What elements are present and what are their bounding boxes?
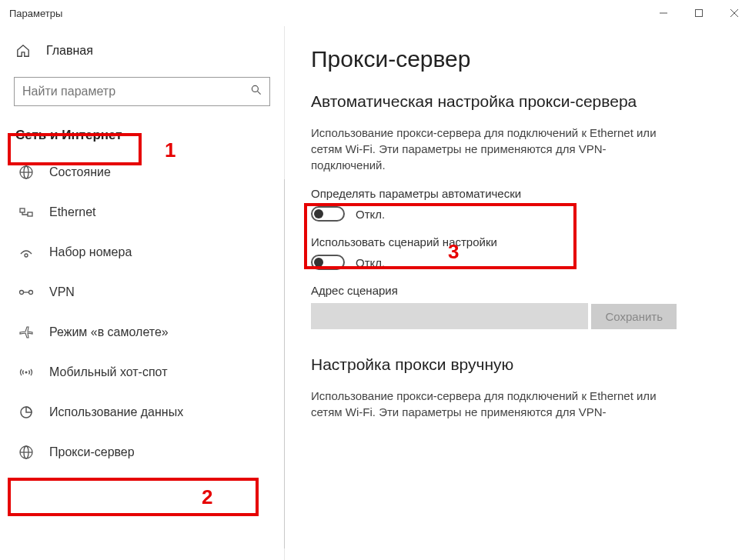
svg-point-15 bbox=[25, 372, 28, 374]
script-address-input[interactable] bbox=[311, 303, 588, 329]
titlebar: Параметры bbox=[0, 0, 752, 26]
main-panel: Прокси-сервер Автоматическая настройка п… bbox=[285, 26, 752, 560]
search-icon bbox=[243, 84, 269, 99]
sidebar-item-label: VPN bbox=[49, 285, 75, 299]
sidebar-item-hotspot[interactable]: Мобильный хот-спот bbox=[0, 352, 284, 392]
svg-point-12 bbox=[20, 291, 24, 295]
maximize-button[interactable] bbox=[681, 0, 717, 26]
minimize-button[interactable] bbox=[646, 0, 681, 26]
sidebar-item-label: Набор номера bbox=[49, 245, 132, 259]
use-script-label: Использовать сценарий настройки bbox=[311, 235, 729, 248]
airplane-icon bbox=[18, 325, 34, 340]
sidebar-item-data-usage[interactable]: Использование данных bbox=[0, 392, 284, 432]
content-area: Главная Сеть и Интернет Состояние Et bbox=[0, 26, 752, 560]
category-header: Сеть и Интернет bbox=[0, 117, 138, 152]
sidebar-item-vpn[interactable]: VPN bbox=[0, 272, 284, 312]
sidebar-item-label: Ethernet bbox=[49, 205, 95, 219]
sidebar-item-label: Состояние bbox=[49, 165, 111, 179]
svg-point-4 bbox=[252, 85, 258, 92]
use-script-toggle-row: Откл. bbox=[311, 255, 729, 270]
sidebar-item-label: Прокси-сервер bbox=[49, 445, 135, 459]
sidebar-item-airplane[interactable]: Режим «в самолете» bbox=[0, 312, 284, 352]
close-button[interactable] bbox=[717, 0, 752, 26]
section-manual-heading: Настройка прокси вручную bbox=[311, 355, 729, 374]
section-auto-desc: Использование прокси-сервера для подключ… bbox=[311, 125, 665, 173]
hotspot-icon bbox=[18, 365, 34, 380]
use-script-setting: Использовать сценарий настройки Откл. bbox=[311, 235, 729, 270]
globe-icon bbox=[18, 165, 34, 180]
toggle-state-label: Откл. bbox=[356, 208, 385, 221]
sidebar-item-label: Мобильный хот-спот bbox=[49, 365, 167, 379]
home-button[interactable]: Главная bbox=[0, 32, 284, 69]
search-input[interactable] bbox=[15, 85, 243, 98]
auto-detect-toggle[interactable] bbox=[311, 206, 345, 222]
sidebar: Главная Сеть и Интернет Состояние Et bbox=[0, 26, 285, 560]
section-manual-desc: Использование прокси-сервера для подключ… bbox=[311, 388, 665, 420]
search-box[interactable] bbox=[14, 77, 270, 106]
svg-line-5 bbox=[258, 92, 261, 95]
section-auto-heading: Автоматическая настройка прокси-сервера bbox=[311, 92, 729, 111]
globe-icon bbox=[18, 445, 34, 460]
vpn-icon bbox=[18, 285, 34, 300]
sidebar-item-ethernet[interactable]: Ethernet bbox=[0, 192, 284, 232]
settings-window: Параметры Главная С bbox=[0, 0, 752, 560]
toggle-state-label: Откл. bbox=[356, 256, 385, 269]
home-label: Главная bbox=[46, 44, 93, 58]
use-script-toggle[interactable] bbox=[311, 255, 345, 270]
sidebar-item-proxy[interactable]: Прокси-сервер bbox=[0, 432, 284, 472]
window-title: Параметры bbox=[9, 8, 62, 19]
auto-detect-toggle-row: Откл. bbox=[311, 206, 729, 222]
save-button[interactable]: Сохранить bbox=[591, 304, 677, 329]
data-usage-icon bbox=[18, 405, 34, 420]
dialup-icon bbox=[18, 245, 34, 260]
page-title: Прокси-сервер bbox=[311, 46, 729, 72]
svg-rect-1 bbox=[696, 10, 703, 17]
vertical-divider bbox=[284, 179, 285, 548]
sidebar-item-label: Режим «в самолете» bbox=[49, 325, 169, 339]
svg-rect-9 bbox=[20, 208, 25, 212]
auto-detect-setting: Определять параметры автоматически Откл. bbox=[311, 187, 729, 222]
home-icon bbox=[15, 43, 31, 58]
sidebar-item-status[interactable]: Состояние bbox=[0, 152, 284, 192]
sidebar-item-label: Использование данных bbox=[49, 405, 183, 419]
svg-point-13 bbox=[29, 291, 33, 295]
auto-detect-label: Определять параметры автоматически bbox=[311, 187, 729, 200]
svg-rect-10 bbox=[28, 212, 32, 216]
ethernet-icon bbox=[18, 205, 34, 220]
sidebar-item-dialup[interactable]: Набор номера bbox=[0, 232, 284, 272]
script-address-label: Адрес сценария bbox=[311, 284, 729, 297]
svg-point-11 bbox=[25, 254, 28, 257]
